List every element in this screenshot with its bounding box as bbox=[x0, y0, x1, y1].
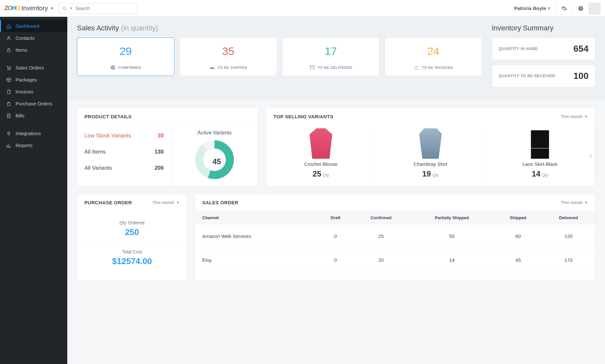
sidebar-item-integrations[interactable]: Integrations bbox=[0, 127, 67, 139]
search-scope-caret-icon[interactable]: ▼ bbox=[70, 6, 73, 10]
sidebar-item-packages[interactable]: Packages bbox=[0, 74, 67, 86]
file-icon bbox=[6, 89, 12, 94]
card-label: TO BE INVOICED bbox=[388, 65, 479, 70]
table-cell: 55 bbox=[410, 224, 494, 248]
card-value: 17 bbox=[285, 45, 377, 58]
table-header: Confirmed bbox=[352, 211, 410, 224]
search-input[interactable] bbox=[75, 6, 133, 11]
inventory-summary-heading: Inventory Summary bbox=[492, 24, 595, 32]
period-label: This month bbox=[561, 114, 582, 119]
main-content: Sales Activity (in quantity) 29CONFIRMED… bbox=[67, 17, 605, 364]
bag-icon bbox=[6, 101, 12, 106]
sidebar-item-contacts[interactable]: Contacts bbox=[0, 32, 67, 44]
app-name: Inventory bbox=[21, 5, 48, 12]
table-cell: Amazon Web Services bbox=[195, 224, 319, 248]
table-cell: 60 bbox=[494, 224, 542, 248]
sidebar-item-label: Sales Orders bbox=[16, 65, 44, 70]
table-header: Draft bbox=[319, 211, 353, 224]
product-stat: All Variants200 bbox=[84, 165, 164, 171]
sidebar-item-purchase-orders[interactable]: Purchase Orders bbox=[0, 98, 67, 110]
caret-down-icon: ▼ bbox=[176, 201, 180, 204]
chevron-right-icon bbox=[588, 153, 593, 158]
sales-activity-heading: Sales Activity (in quantity) bbox=[77, 24, 482, 32]
product-name: Lace Skirt-Black bbox=[487, 161, 593, 167]
user-name-label: Patricia Boyle bbox=[514, 5, 546, 11]
basket-icon bbox=[6, 48, 12, 53]
qty-ordered-value: 250 bbox=[84, 227, 180, 237]
sales-order-period-dropdown[interactable]: This month ▼ bbox=[561, 200, 588, 205]
sidebar-item-label: Items bbox=[16, 47, 28, 53]
sidebar-item-label: Invoices bbox=[16, 89, 33, 94]
user-name-dropdown[interactable]: Patricia Boyle ▼ bbox=[514, 5, 551, 11]
sidebar-item-reports[interactable]: Reports bbox=[0, 139, 67, 151]
qty-ordered-label: Qty Ordered bbox=[84, 220, 180, 225]
table-header: Channel bbox=[195, 211, 319, 224]
sidebar-item-label: Packages bbox=[16, 77, 37, 82]
top-selling-period-dropdown[interactable]: This month ▼ bbox=[561, 114, 588, 119]
app-switcher-caret-icon[interactable]: ▼ bbox=[50, 6, 54, 11]
purchase-order-period-dropdown[interactable]: This month ▼ bbox=[152, 200, 180, 205]
sales-activity-title: Sales Activity bbox=[77, 24, 119, 32]
sales-order-panel: SALES ORDER This month ▼ ChannelDraftCon… bbox=[195, 194, 595, 281]
purchase-order-panel: PURCHASE ORDER This month ▼ Qty Ordered … bbox=[77, 194, 187, 281]
sidebar-item-label: Contacts bbox=[16, 35, 35, 41]
next-button[interactable] bbox=[588, 153, 593, 158]
top-selling-item[interactable]: Crochet Blouse25Qty bbox=[266, 127, 376, 180]
product-qty: 25Qty bbox=[268, 169, 374, 178]
search-box[interactable]: ▼ bbox=[59, 3, 137, 14]
inv-value: 654 bbox=[573, 44, 588, 54]
plug-icon bbox=[6, 131, 12, 136]
settings-button[interactable] bbox=[561, 5, 567, 11]
stat-value: 130 bbox=[155, 149, 164, 155]
total-cost-label: Total Cost bbox=[84, 249, 180, 254]
sidebar-item-label: Integrations bbox=[16, 131, 41, 136]
table-cell: 45 bbox=[494, 248, 542, 272]
sales-activity-card-to-be-invoiced[interactable]: 24TO BE INVOICED bbox=[385, 37, 482, 76]
product-qty: 14Qty bbox=[487, 169, 593, 178]
gear-icon bbox=[561, 5, 567, 11]
sidebar-item-invoices[interactable]: Invoices bbox=[0, 86, 67, 98]
sidebar-item-dashboard[interactable]: Dashboard bbox=[0, 20, 67, 32]
card-value: 24 bbox=[388, 45, 479, 58]
inv-label: QUANTITY TO BE RECEIVED bbox=[499, 74, 555, 78]
top-selling-item[interactable]: Lace Skirt-Black14Qty bbox=[485, 127, 595, 180]
table-row: Amazon Web Services0255560120 bbox=[195, 224, 595, 248]
status-icon bbox=[110, 65, 116, 70]
product-name: Chambray Shirt bbox=[378, 161, 483, 167]
product-details-title: PRODUCT DETAILS bbox=[84, 114, 132, 119]
sidebar-item-label: Purchase Orders bbox=[16, 101, 52, 106]
help-button[interactable]: ? bbox=[578, 5, 584, 11]
status-icon bbox=[309, 65, 315, 70]
svg-text:?: ? bbox=[580, 6, 582, 10]
svg-point-5 bbox=[8, 69, 8, 70]
logo[interactable]: ZOHO Inventory ▼ bbox=[5, 5, 54, 12]
sales-order-title: SALES ORDER bbox=[202, 200, 238, 205]
table-row: Etsy0201445170 bbox=[195, 248, 595, 272]
svg-point-4 bbox=[8, 36, 9, 38]
product-details-panel: PRODUCT DETAILS Low Stock Variants30All … bbox=[77, 108, 258, 187]
top-selling-title: TOP SELLING VARIANTS bbox=[273, 114, 333, 119]
divider bbox=[572, 5, 573, 12]
top-selling-panel: TOP SELLING VARIANTS This month ▼ Croche… bbox=[266, 108, 595, 187]
sidebar-item-items[interactable]: Items bbox=[0, 44, 67, 56]
top-selling-item[interactable]: Chambray Shirt19Qty bbox=[376, 127, 486, 180]
sales-activity-card-to-be-delivered[interactable]: 17TO BE DELIVERED bbox=[282, 37, 380, 76]
card-label: TO BE DELIVERED bbox=[285, 65, 377, 70]
sales-activity-card-confirmed[interactable]: 29CONFIRMED bbox=[77, 37, 174, 76]
inv-value: 100 bbox=[573, 71, 588, 81]
avatar[interactable] bbox=[589, 3, 600, 14]
sidebar-item-label: Reports bbox=[16, 143, 33, 148]
stat-value: 30 bbox=[158, 133, 164, 139]
card-value: 35 bbox=[182, 45, 274, 58]
table-cell: 120 bbox=[542, 224, 595, 248]
card-label: CONFIRMED bbox=[80, 65, 171, 70]
sidebar-item-sales-orders[interactable]: Sales Orders bbox=[0, 62, 67, 74]
sidebar-item-bills[interactable]: Bills bbox=[0, 110, 67, 122]
stat-label: Low Stock Variants bbox=[84, 133, 131, 139]
donut-title: Active Varients bbox=[197, 130, 232, 136]
svg-line-1 bbox=[65, 9, 67, 10]
purchase-order-title: PURCHASE ORDER bbox=[84, 200, 132, 205]
table-cell: 0 bbox=[319, 248, 353, 272]
stat-value: 200 bbox=[155, 165, 164, 171]
sales-activity-card-to-be-shipped[interactable]: 35TO BE SHIPPED bbox=[180, 37, 277, 76]
